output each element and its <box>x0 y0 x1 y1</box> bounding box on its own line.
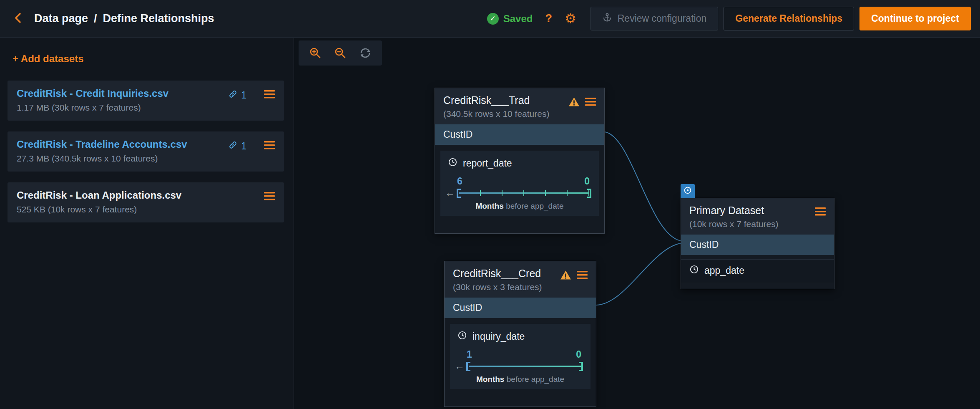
dataset-card-loan-applications: CreditRisk - Loan Applications.csv 525 K… <box>8 182 284 222</box>
window-end-value: 0 <box>584 176 590 187</box>
dataset-menu-button[interactable] <box>264 141 275 151</box>
window-unit: Months <box>475 202 504 210</box>
link-count: 1 <box>241 90 246 101</box>
node-menu-icon[interactable] <box>577 270 588 281</box>
review-configuration-button[interactable]: Review configuration <box>591 7 719 30</box>
hamburger-menu-icon <box>264 144 275 151</box>
link-count-badge: 1 <box>229 141 246 152</box>
link-count-badge: 1 <box>229 90 246 101</box>
slider-left-arrow-icon: ← <box>445 187 455 199</box>
slider-end-handle[interactable] <box>587 189 591 198</box>
clock-icon <box>689 265 699 277</box>
link-icon <box>229 141 237 152</box>
save-status: ✓ Saved <box>487 13 533 25</box>
canvas-toolbar <box>299 40 382 66</box>
zoom-in-icon[interactable] <box>309 47 322 59</box>
add-datasets-button[interactable]: + Add datasets <box>13 53 84 65</box>
clock-icon <box>457 331 467 343</box>
slider-start-handle[interactable] <box>466 362 470 371</box>
slider-end-handle[interactable] <box>579 362 583 371</box>
review-configuration-label: Review configuration <box>618 13 707 24</box>
node-menu-icon[interactable] <box>585 97 596 108</box>
relationship-canvas[interactable]: CreditRisk___Trad (340.5k rows x 10 feat… <box>294 38 980 409</box>
generate-relationships-button[interactable]: Generate Relationships <box>724 7 854 30</box>
dataset-menu-button[interactable] <box>264 90 275 101</box>
date-feature-name: app_date <box>704 265 744 276</box>
slider-track[interactable] <box>469 366 581 367</box>
breadcrumb: Data page/Define Relationships <box>34 12 214 25</box>
slider-start-handle[interactable] <box>457 189 461 198</box>
window-start-value: 6 <box>457 176 462 187</box>
window-start-value: 1 <box>467 349 472 360</box>
gear-icon[interactable]: ⚙ <box>565 12 576 25</box>
date-feature-name: report_date <box>463 158 512 169</box>
chevron-left-icon <box>13 12 24 26</box>
primary-dataset-tab <box>681 184 695 198</box>
primary-dataset-node[interactable]: Primary Dataset (10k rows x 7 features) … <box>681 198 834 289</box>
dataset-card-tradeline-accounts: CreditRisk - Tradeline Accounts.csv 27.3… <box>8 131 284 172</box>
date-window-panel: inquiry_date 1 0 ← Months before app_dat… <box>450 324 591 389</box>
dataset-name-link[interactable]: CreditRisk - Credit Inquiries.csv <box>17 88 229 99</box>
warning-icon <box>560 270 571 282</box>
zoom-out-icon[interactable] <box>334 47 347 59</box>
continue-to-project-label: Continue to project <box>871 13 959 24</box>
node-header: CreditRisk___Cred (30k rows x 3 features… <box>445 261 596 298</box>
dataset-meta: 525 KB (10k rows x 7 features) <box>17 204 264 215</box>
join-key-row[interactable]: CustID <box>435 124 604 145</box>
time-window-slider[interactable]: ← <box>457 361 583 372</box>
date-window-panel: report_date 6 0 ← Months before app_date <box>440 151 599 216</box>
warning-icon <box>568 97 580 109</box>
dataset-name[interactable]: CreditRisk - Loan Applications.csv <box>17 189 264 201</box>
top-header: Data page/Define Relationships ✓ Saved ?… <box>0 0 980 38</box>
saved-check-icon: ✓ <box>487 13 499 25</box>
dataset-meta: 27.3 MB (340.5k rows x 10 features) <box>17 154 229 164</box>
help-icon[interactable]: ? <box>545 12 552 25</box>
connector-cred-to-primary <box>596 243 681 305</box>
dataset-meta: 1.17 MB (30k rows x 7 features) <box>17 103 229 113</box>
slider-ticks <box>459 190 589 196</box>
relationship-connectors <box>294 38 980 409</box>
link-icon <box>229 90 237 101</box>
date-feature-name: inquiry_date <box>472 331 525 342</box>
save-status-label: Saved <box>503 13 533 25</box>
hamburger-menu-icon <box>264 195 275 202</box>
breadcrumb-section[interactable]: Data page <box>34 12 88 25</box>
datasets-sidebar: + Add datasets CreditRisk - Credit Inqui… <box>0 38 294 409</box>
node-footer <box>681 282 834 289</box>
dataset-node-credit-inquiries[interactable]: CreditRisk___Cred (30k rows x 3 features… <box>444 261 596 407</box>
node-menu-icon[interactable] <box>815 207 826 218</box>
target-icon <box>683 186 692 197</box>
generate-relationships-label: Generate Relationships <box>735 13 842 24</box>
node-meta: (340.5k rows x 10 features) <box>443 109 568 119</box>
node-meta: (30k rows x 3 features) <box>453 282 560 292</box>
time-window-slider[interactable]: ← <box>448 188 591 199</box>
window-end-value: 0 <box>576 349 581 360</box>
window-caption: Months before app_date <box>457 375 583 384</box>
node-title: CreditRisk___Cred <box>453 268 560 280</box>
refresh-icon[interactable] <box>359 47 372 59</box>
node-header: CreditRisk___Trad (340.5k rows x 10 feat… <box>435 88 604 124</box>
page-title: Define Relationships <box>103 12 214 25</box>
continue-to-project-button[interactable]: Continue to project <box>859 7 971 30</box>
link-count: 1 <box>241 141 246 152</box>
back-button[interactable] <box>9 10 28 28</box>
dataset-name-link[interactable]: CreditRisk - Tradeline Accounts.csv <box>17 139 229 150</box>
clock-icon <box>448 157 457 169</box>
node-footer <box>435 216 604 233</box>
anchor-icon <box>602 13 612 25</box>
join-key-row[interactable]: CustID <box>681 235 834 255</box>
node-title: Primary Dataset <box>689 204 815 217</box>
slider-left-arrow-icon: ← <box>455 360 465 372</box>
window-caption: Months before app_date <box>448 202 591 211</box>
node-footer <box>445 389 596 406</box>
node-meta: (10k rows x 7 features) <box>689 219 815 229</box>
dataset-node-tradeline[interactable]: CreditRisk___Trad (340.5k rows x 10 feat… <box>435 88 605 234</box>
join-key-row[interactable]: CustID <box>445 298 596 318</box>
node-title: CreditRisk___Trad <box>443 94 568 106</box>
dataset-card-credit-inquiries: CreditRisk - Credit Inquiries.csv 1.17 M… <box>8 81 284 121</box>
dataset-menu-button[interactable] <box>264 192 275 202</box>
window-unit: Months <box>476 375 505 384</box>
window-caption-suffix: before app_date <box>504 202 564 210</box>
breadcrumb-separator: / <box>94 12 97 25</box>
hamburger-menu-icon <box>264 93 275 100</box>
